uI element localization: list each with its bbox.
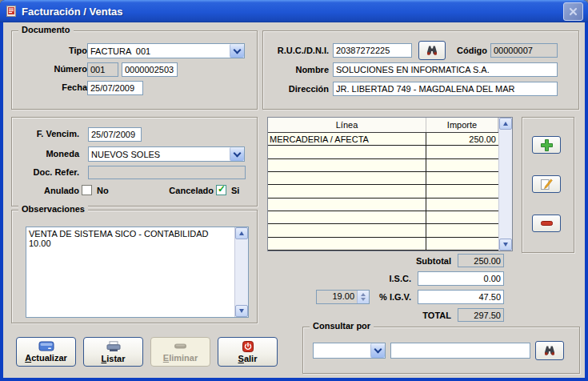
- table-row-empty[interactable]: [268, 159, 498, 172]
- cancelado-checkbox[interactable]: [216, 185, 226, 195]
- window-title: Facturación / Ventas: [22, 6, 559, 18]
- cell-importe: [426, 185, 498, 197]
- chevron-down-icon: [374, 346, 382, 354]
- scroll-up-button[interactable]: [235, 227, 248, 239]
- observaciones-group: Observaciones VENTA DE SISTEMA SICO - CO…: [11, 210, 258, 323]
- titlebar: Facturación / Ventas: [0, 0, 588, 22]
- close-button[interactable]: [563, 2, 583, 21]
- cancelado-label: Cancelado: [145, 186, 214, 195]
- subtotal-label: Subtotal: [371, 256, 451, 266]
- codigo-label: Código: [449, 46, 487, 55]
- cell-importe: 250.00: [426, 133, 498, 145]
- cell-importe: [426, 224, 498, 236]
- cell-linea: [268, 185, 426, 197]
- tipo-select[interactable]: FACTURA 001: [87, 43, 245, 58]
- consultar-search-button[interactable]: [535, 341, 564, 360]
- isc-label: I.S.C.: [331, 274, 411, 283]
- nombre-label: Nombre: [266, 65, 329, 74]
- documento-legend: Documento: [18, 25, 74, 34]
- moneda-combo-button[interactable]: [230, 147, 244, 161]
- table-row[interactable]: MERCADERIA / AFECTA 250.00: [268, 133, 498, 146]
- cell-linea: [268, 224, 426, 236]
- scroll-down-icon: [239, 309, 244, 313]
- actualizar-label: Actualizar: [25, 353, 67, 363]
- numero-serie-field: [87, 62, 118, 77]
- table-scrollbar[interactable]: [498, 118, 512, 251]
- table-header: Línea Importe: [268, 118, 498, 133]
- printer-icon: [106, 341, 122, 352]
- eliminar-label: Eliminar: [163, 353, 198, 363]
- tipo-label: Tipo: [17, 46, 87, 55]
- numero-label: Número: [17, 64, 87, 74]
- cell-importe: [426, 172, 498, 184]
- table-row-empty[interactable]: [268, 146, 498, 158]
- total-field: [458, 308, 504, 322]
- codigo-field: [490, 43, 558, 58]
- eliminar-icon: [173, 341, 188, 351]
- consultar-combo-button[interactable]: [370, 343, 385, 358]
- scroll-down-button[interactable]: [499, 239, 512, 251]
- consultar-legend: Consultar por: [310, 321, 374, 331]
- table-row-empty[interactable]: [268, 224, 498, 237]
- items-table-main: Línea Importe MERCADERIA / AFECTA 250.00: [268, 118, 498, 251]
- fvencim-input[interactable]: [88, 127, 142, 142]
- consultar-select[interactable]: [313, 343, 386, 359]
- isc-input[interactable]: [418, 271, 504, 286]
- salir-label: Salir: [238, 354, 258, 363]
- documento-group: Documento Tipo FACTURA 001 Número Fecha: [11, 30, 258, 110]
- anulado-checkbox[interactable]: [82, 185, 92, 195]
- cliente-group: R.U.C./D.N.I. Código Nombre Dirección: [262, 30, 579, 110]
- listar-button[interactable]: Listar: [83, 337, 143, 367]
- scroll-down-button[interactable]: [235, 305, 248, 317]
- table-row-empty[interactable]: [268, 199, 498, 211]
- docrefer-field: [88, 166, 246, 179]
- ruc-input[interactable]: [333, 43, 412, 58]
- igv-input[interactable]: [418, 290, 504, 304]
- total-label: TOTAL: [371, 311, 451, 320]
- table-row-empty[interactable]: [268, 211, 498, 224]
- nombre-input[interactable]: [333, 62, 558, 77]
- cell-linea: [268, 238, 426, 250]
- cell-importe: [426, 199, 498, 211]
- numero-input[interactable]: [122, 62, 178, 77]
- cancelado-option-label: Si: [231, 186, 239, 195]
- fecha-input[interactable]: [87, 81, 143, 95]
- table-row-empty[interactable]: [268, 238, 498, 251]
- window: Facturación / Ventas Documento Tipo FACT…: [0, 0, 588, 381]
- cell-importe: [426, 238, 498, 250]
- table-row-empty[interactable]: [268, 185, 498, 198]
- plus-icon: [540, 138, 554, 152]
- items-table: Línea Importe MERCADERIA / AFECTA 250.00: [267, 117, 513, 251]
- cell-linea: [268, 211, 426, 223]
- tipo-combo-button[interactable]: [230, 44, 244, 58]
- fvencim-label: F. Vencim.: [17, 129, 79, 138]
- edit-row-button[interactable]: [532, 175, 561, 193]
- salir-button[interactable]: Salir: [218, 337, 278, 367]
- observaciones-scrollbar[interactable]: [234, 227, 248, 317]
- ruc-search-button[interactable]: [418, 41, 446, 60]
- docrefer-label: Doc. Refer.: [17, 167, 79, 177]
- table-row-empty[interactable]: [268, 172, 498, 185]
- scroll-up-button[interactable]: [499, 118, 512, 130]
- observaciones-textarea[interactable]: VENTA DE SISTEMA SICO - CONTABILIDAD 10.…: [26, 227, 234, 317]
- eliminar-button: Eliminar: [150, 337, 210, 367]
- actualizar-button[interactable]: Actualizar: [16, 337, 76, 367]
- column-header-linea: Línea: [268, 118, 426, 132]
- add-row-button[interactable]: [532, 136, 561, 154]
- consultar-input[interactable]: [390, 343, 530, 359]
- save-icon: [38, 341, 54, 351]
- delete-row-button[interactable]: [532, 215, 561, 232]
- close-icon: [569, 7, 578, 16]
- chevron-down-icon: [234, 46, 242, 54]
- anulado-option-label: No: [97, 186, 109, 195]
- binoculars-icon: [543, 345, 556, 356]
- subtotal-field: [458, 254, 504, 267]
- moneda-label: Moneda: [17, 149, 79, 158]
- cell-linea: MERCADERIA / AFECTA: [268, 133, 426, 145]
- scroll-up-icon: [239, 231, 244, 235]
- cell-importe: [426, 146, 498, 158]
- direccion-input[interactable]: [333, 82, 558, 96]
- scroll-down-icon: [503, 243, 508, 247]
- moneda-select[interactable]: NUEVOS SOLES: [88, 146, 245, 162]
- cell-linea: [268, 172, 426, 184]
